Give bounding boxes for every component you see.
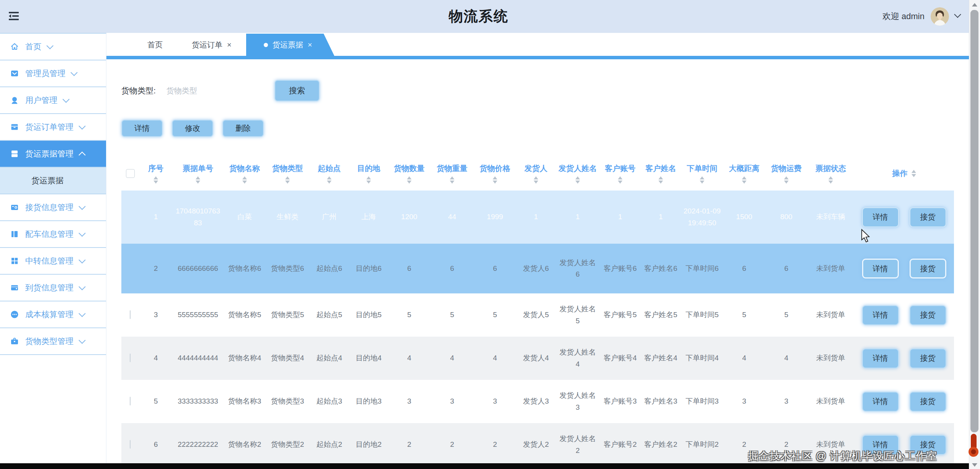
row-receive-button[interactable]: 接货 xyxy=(910,348,946,368)
search-input[interactable] xyxy=(166,86,268,96)
column-header-label: 货物数量 xyxy=(394,163,425,174)
search-button[interactable]: 搜索 xyxy=(274,80,320,101)
cell-customer_account: 客户账号3 xyxy=(600,396,640,407)
red-pin-icon[interactable] xyxy=(967,433,980,459)
sort-caret-icon[interactable] xyxy=(450,176,454,184)
column-header-起始点: 起始点 xyxy=(309,163,350,184)
row-detail-button[interactable]: 详情 xyxy=(862,207,899,227)
cell-weight: 5 xyxy=(431,309,474,321)
row-detail-button[interactable]: 详情 xyxy=(862,305,899,325)
row-receive-button[interactable]: 接货 xyxy=(910,207,946,227)
select-all-checkbox[interactable] xyxy=(126,169,135,178)
row-receive-button[interactable]: 接货 xyxy=(910,392,946,412)
sort-caret-icon[interactable] xyxy=(196,176,200,184)
sidebar-subitem-货运票据[interactable]: 货运票据 xyxy=(0,168,106,194)
sort-caret-icon[interactable] xyxy=(534,176,538,184)
scroll-up-arrow-icon[interactable] xyxy=(972,3,977,7)
sort-caret-icon[interactable] xyxy=(618,176,622,184)
row-detail-button[interactable]: 详情 xyxy=(862,259,899,278)
sidebar-item-配车信息管理[interactable]: 配车信息管理 xyxy=(0,221,106,248)
user-menu[interactable]: 欢迎 admin xyxy=(882,0,960,33)
detail-button[interactable]: 详情 xyxy=(121,120,163,137)
column-header-label: 客户姓名 xyxy=(645,163,676,174)
grid-icon xyxy=(10,256,19,265)
sidebar-item-管理员管理[interactable]: 管理员管理 xyxy=(0,60,106,87)
sidebar-item-到货信息管理[interactable]: 到货信息管理 xyxy=(0,275,106,301)
cell-freight: 6 xyxy=(765,263,807,274)
page-scrollbar[interactable] xyxy=(969,0,980,469)
column-header-货物数量: 货物数量 xyxy=(388,163,431,184)
row-checkbox[interactable] xyxy=(130,397,131,405)
sort-caret-icon[interactable] xyxy=(407,176,412,184)
sort-caret-icon[interactable] xyxy=(327,176,332,184)
sidebar-item-成本核算管理[interactable]: 成本核算管理 xyxy=(0,301,106,328)
column-header-货物类型: 货物类型 xyxy=(266,163,309,184)
cell-seq: 1 xyxy=(139,211,173,223)
sidebar-item-label: 首页 xyxy=(25,41,41,52)
sort-caret-icon[interactable] xyxy=(366,176,371,184)
row-detail-button[interactable]: 详情 xyxy=(862,392,899,412)
tab-首页[interactable]: 首页 xyxy=(133,34,177,56)
cell-distance: 4 xyxy=(723,352,765,364)
tab-货运订单[interactable]: 货运订单× xyxy=(177,34,246,56)
sidebar-item-label: 到货信息管理 xyxy=(25,282,74,293)
coin-icon xyxy=(10,310,19,319)
cell-goods_type: 生鲜类 xyxy=(266,211,309,223)
row-receive-button[interactable]: 接货 xyxy=(910,305,946,325)
cell-price: 1999 xyxy=(474,211,516,223)
row-checkbox[interactable] xyxy=(130,310,131,319)
sidebar-item-接货信息管理[interactable]: 接货信息管理 xyxy=(0,194,106,221)
scroll-down-arrow-icon[interactable] xyxy=(972,463,977,467)
cell-freight: 800 xyxy=(765,211,807,223)
cell-seq: 6 xyxy=(139,439,173,450)
sidebar-item-货运票据管理[interactable]: 货运票据管理 xyxy=(0,141,106,168)
cell-customer_name: 客户姓名5 xyxy=(640,309,681,321)
delete-button[interactable]: 删除 xyxy=(222,120,264,137)
cell-status: 未到货单 xyxy=(807,263,854,274)
tab-close-icon[interactable]: × xyxy=(227,41,232,49)
sidebar-item-货运订单管理[interactable]: 货运订单管理 xyxy=(0,114,106,141)
cell-goods_name: 货物名称4 xyxy=(223,352,266,364)
column-header-大概距离: 大概距离 xyxy=(723,163,765,184)
sort-caret-icon[interactable] xyxy=(742,176,746,184)
cell-order_time: 下单时间3 xyxy=(681,396,723,407)
cell-shipper_name: 1 xyxy=(555,211,600,223)
cell-goods_name: 货物名称3 xyxy=(223,396,266,407)
sort-caret-icon[interactable] xyxy=(575,176,580,184)
sort-caret-icon[interactable] xyxy=(700,176,704,184)
cell-customer_account: 客户账号5 xyxy=(600,309,640,321)
cell-ticket_no: 5555555555 xyxy=(173,309,223,321)
sort-caret-icon[interactable] xyxy=(911,170,916,177)
sidebar-item-货物类型管理[interactable]: 货物类型管理 xyxy=(0,328,106,355)
row-detail-button[interactable]: 详情 xyxy=(862,348,899,368)
sort-caret-icon[interactable] xyxy=(658,176,663,184)
bottom-black-bar xyxy=(0,463,969,469)
sort-caret-icon[interactable] xyxy=(784,176,789,184)
sidebar-item-label: 货运票据管理 xyxy=(25,148,74,159)
tickets-table: 序号票据单号货物名称货物类型起始点目的地货物数量货物重量货物价格发货人发货人姓名… xyxy=(121,156,954,466)
avatar[interactable] xyxy=(931,7,949,26)
tab-货运票据[interactable]: 货运票据× xyxy=(246,34,335,56)
row-checkbox[interactable] xyxy=(130,353,131,362)
sort-caret-icon[interactable] xyxy=(154,176,158,184)
cell-qty: 4 xyxy=(388,352,431,364)
scrollbar-thumb[interactable] xyxy=(970,10,978,432)
sidebar-item-用户管理[interactable]: 用户管理 xyxy=(0,87,106,114)
edit-button[interactable]: 修改 xyxy=(172,120,213,137)
sidebar-item-label: 管理员管理 xyxy=(25,68,65,79)
sidebar-item-label: 接货信息管理 xyxy=(25,202,74,213)
cell-price: 5 xyxy=(474,309,516,321)
sort-caret-icon[interactable] xyxy=(242,176,247,184)
sort-caret-icon[interactable] xyxy=(828,176,833,184)
cell-goods_type: 货物类型3 xyxy=(266,396,309,407)
sidebar-item-中转信息管理[interactable]: 中转信息管理 xyxy=(0,248,106,275)
tab-close-icon[interactable]: × xyxy=(308,41,312,49)
sort-caret-icon[interactable] xyxy=(285,176,290,184)
chevron-down-icon xyxy=(78,337,85,344)
sort-caret-icon[interactable] xyxy=(493,176,497,184)
row-receive-button[interactable]: 接货 xyxy=(910,259,946,278)
tab-label: 货运票据 xyxy=(273,40,303,50)
sidebar-item-首页[interactable]: 首页 xyxy=(0,34,106,60)
cell-order_time: 下单时间5 xyxy=(681,309,723,321)
row-checkbox[interactable] xyxy=(130,440,131,449)
